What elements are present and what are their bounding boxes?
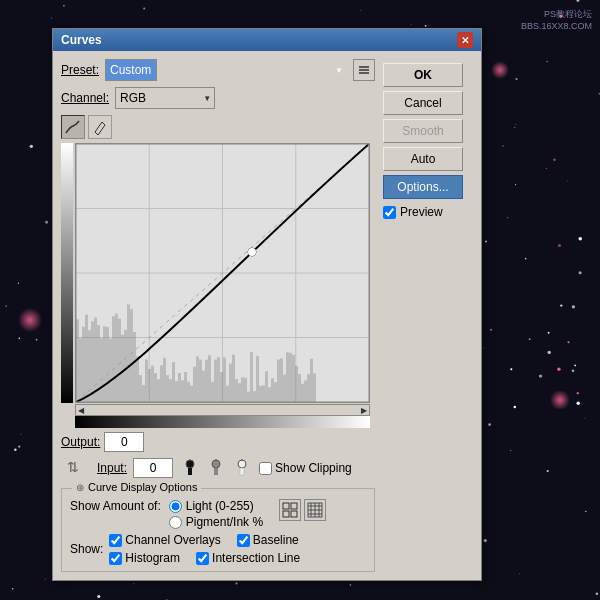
svg-point-5	[186, 460, 194, 468]
preset-select-wrapper: Custom	[105, 59, 347, 81]
svg-point-11	[238, 460, 246, 468]
channel-overlays-checkbox[interactable]	[109, 534, 122, 547]
svg-line-3	[102, 122, 105, 125]
show-clipping: Show Clipping	[259, 461, 352, 475]
show-items: Channel Overlays Baseline Histogram	[109, 533, 366, 565]
svg-text:⇅: ⇅	[67, 459, 79, 475]
channel-overlays-label: Channel Overlays	[125, 533, 220, 547]
preset-options-icon[interactable]	[353, 59, 375, 81]
show-amount-label: Show Amount of:	[70, 499, 161, 513]
options-button[interactable]: Options...	[383, 175, 463, 199]
curves-graph[interactable]	[75, 143, 370, 403]
preset-row: Preset: Custom	[61, 59, 375, 81]
output-row: Output:	[61, 432, 375, 452]
dialog-title: Curves	[61, 33, 102, 47]
input-input[interactable]	[133, 458, 173, 478]
check-intersection: Intersection Line	[196, 551, 300, 565]
ok-button[interactable]: OK	[383, 63, 463, 87]
show-label: Show:	[70, 542, 103, 556]
channel-select-wrapper: RGB Red Green Blue	[115, 87, 215, 109]
input-label: Input:	[97, 461, 127, 475]
svg-rect-15	[291, 503, 297, 509]
curve-tool-icon[interactable]	[61, 115, 85, 139]
adjust-icon[interactable]: ⇅	[61, 456, 91, 480]
eyedropper-row	[179, 457, 253, 479]
section-title: ⊛ Curve Display Options	[72, 481, 201, 493]
preset-select[interactable]: Custom	[105, 59, 157, 81]
vertical-gradient	[61, 143, 73, 403]
input-area-row: ⇅ Input:	[61, 456, 375, 480]
baseline-checkbox[interactable]	[237, 534, 250, 547]
horizontal-scrollbar[interactable]: ◀ ▶	[75, 404, 370, 416]
left-panel: Preset: Custom Channel:	[61, 59, 375, 572]
intersection-label: Intersection Line	[212, 551, 300, 565]
scroll-left-icon[interactable]: ◀	[78, 406, 84, 415]
vertical-gradient-bar	[61, 143, 73, 403]
smooth-button[interactable]: Smooth	[383, 119, 463, 143]
watermark: PS教程论坛 BBS.16XX8.COM	[521, 8, 592, 31]
histogram-label: Histogram	[125, 551, 180, 565]
svg-rect-6	[188, 468, 192, 475]
curves-dialog: Curves ✕ Preset: Custom	[52, 28, 482, 581]
channel-label: Channel:	[61, 91, 109, 105]
preview-label: Preview	[400, 205, 443, 219]
show-clipping-checkbox[interactable]	[259, 462, 272, 475]
section-arrow-icon[interactable]: ⊛	[76, 482, 84, 493]
radio-light-input[interactable]	[169, 500, 182, 513]
radio-group: Light (0-255) Pigment/Ink %	[169, 499, 263, 529]
radio-pigment-input[interactable]	[169, 516, 182, 529]
white-eyedropper-icon[interactable]	[231, 457, 253, 479]
preset-label: Preset:	[61, 63, 99, 77]
check-channel-overlays: Channel Overlays	[109, 533, 220, 547]
radio-pigment-label: Pigment/Ink %	[186, 515, 263, 529]
grid-4x4-icon[interactable]	[279, 499, 301, 521]
horizontal-gradient	[75, 416, 370, 428]
radio-light: Light (0-255)	[169, 499, 263, 513]
curves-canvas	[76, 144, 369, 402]
baseline-label: Baseline	[253, 533, 299, 547]
check-baseline: Baseline	[237, 533, 299, 547]
output-input[interactable]	[104, 432, 144, 452]
right-panel: OK Cancel Smooth Auto Options... Preview	[383, 59, 473, 572]
grid-icons	[279, 499, 326, 521]
histogram-checkbox[interactable]	[109, 552, 122, 565]
cancel-button[interactable]: Cancel	[383, 91, 463, 115]
grid-10x10-icon[interactable]	[304, 499, 326, 521]
show-amount-row: Show Amount of: Light (0-255) Pigment/In…	[70, 499, 366, 529]
preview-checkbox[interactable]	[383, 206, 396, 219]
svg-rect-16	[283, 511, 289, 517]
check-histogram: Histogram	[109, 551, 180, 565]
output-label: Output:	[61, 435, 100, 449]
title-bar: Curves ✕	[53, 29, 481, 51]
radio-pigment: Pigment/Ink %	[169, 515, 263, 529]
show-row: Show: Channel Overlays Baseline Histo	[70, 533, 366, 565]
svg-rect-17	[291, 511, 297, 517]
close-button[interactable]: ✕	[457, 32, 473, 48]
svg-rect-12	[240, 468, 244, 475]
svg-rect-14	[283, 503, 289, 509]
dialog-content: Preset: Custom Channel:	[53, 51, 481, 580]
tool-row	[61, 115, 375, 139]
svg-point-8	[212, 460, 220, 468]
gray-eyedropper-icon[interactable]	[205, 457, 227, 479]
intersection-checkbox[interactable]	[196, 552, 209, 565]
curve-display-section: ⊛ Curve Display Options Show Amount of: …	[61, 488, 375, 572]
pencil-tool-icon[interactable]	[88, 115, 112, 139]
show-clipping-label: Show Clipping	[275, 461, 352, 475]
channel-row: Channel: RGB Red Green Blue	[61, 87, 375, 109]
preview-row: Preview	[383, 205, 473, 219]
auto-button[interactable]: Auto	[383, 147, 463, 171]
channel-select[interactable]: RGB Red Green Blue	[115, 87, 215, 109]
radio-light-label: Light (0-255)	[186, 499, 254, 513]
scroll-right-icon[interactable]: ▶	[361, 406, 367, 415]
black-eyedropper-icon[interactable]	[179, 457, 201, 479]
svg-rect-9	[214, 468, 218, 475]
graph-wrapper: ◀ ▶	[75, 143, 370, 428]
